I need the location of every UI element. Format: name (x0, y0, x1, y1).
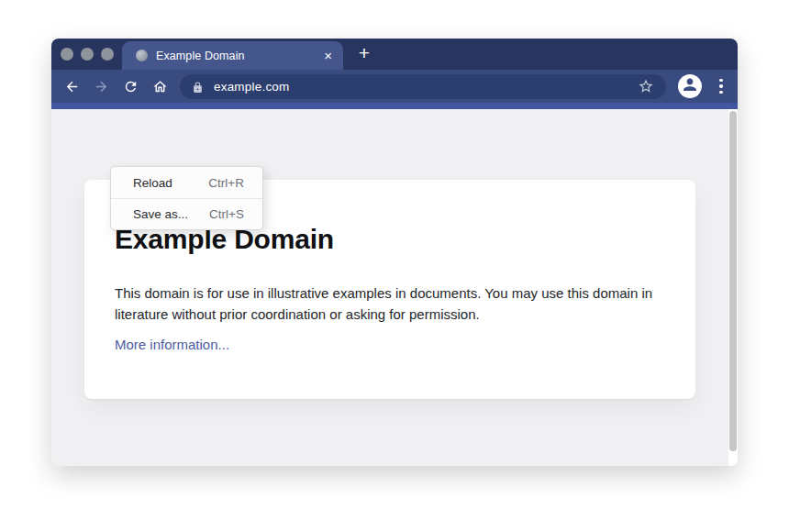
back-arrow-icon (64, 79, 80, 94)
bookmark-bar (51, 103, 738, 109)
new-tab-button[interactable]: + (354, 41, 374, 65)
browser-tab[interactable]: Example Domain × (122, 41, 343, 70)
context-menu: Reload Ctrl+R Save as... Ctrl+S (110, 166, 263, 230)
window-close-button[interactable] (61, 48, 73, 61)
person-icon (681, 75, 699, 97)
url-text: example.com (214, 80, 289, 94)
forward-button[interactable] (90, 75, 112, 97)
window-controls (61, 48, 114, 61)
desktop-background: Example Domain × + example.com (0, 0, 789, 532)
scrollbar-track[interactable] (728, 109, 738, 466)
lock-icon (192, 81, 204, 93)
window-minimize-button[interactable] (81, 48, 94, 61)
favicon-globe-icon (136, 50, 148, 61)
page-paragraph: This domain is for use in illustrative e… (115, 283, 658, 325)
context-menu-item-save-as[interactable]: Save as... Ctrl+S (111, 198, 262, 229)
reload-button[interactable] (119, 75, 141, 97)
menu-item-shortcut: Ctrl+S (209, 207, 244, 221)
menu-item-label: Reload (133, 176, 172, 190)
scrollbar-thumb[interactable] (729, 111, 737, 451)
reload-icon (123, 79, 139, 94)
page-viewport: Example Domain This domain is for use in… (51, 109, 738, 466)
kebab-dot (719, 84, 723, 88)
more-information-link[interactable]: More information... (115, 337, 229, 352)
menu-item-shortcut: Ctrl+R (208, 176, 244, 190)
browser-menu-button[interactable] (714, 75, 728, 97)
kebab-dot (719, 79, 723, 83)
kebab-dot (719, 91, 723, 94)
browser-window: Example Domain × + example.com (51, 39, 738, 466)
tab-title: Example Domain (156, 50, 245, 62)
home-button[interactable] (149, 75, 171, 97)
menu-item-label: Save as... (133, 207, 188, 221)
address-bar[interactable]: example.com (180, 74, 666, 99)
bookmark-star-button[interactable] (637, 77, 655, 95)
tab-close-icon[interactable]: × (324, 49, 332, 62)
profile-avatar-button[interactable] (678, 74, 702, 98)
forward-arrow-icon (94, 79, 109, 94)
navigation-toolbar: example.com (51, 70, 738, 103)
context-menu-item-reload[interactable]: Reload Ctrl+R (111, 167, 262, 198)
titlebar: Example Domain × + (51, 39, 738, 70)
back-button[interactable] (61, 75, 83, 97)
window-zoom-button[interactable] (101, 48, 114, 61)
home-icon (152, 79, 168, 94)
